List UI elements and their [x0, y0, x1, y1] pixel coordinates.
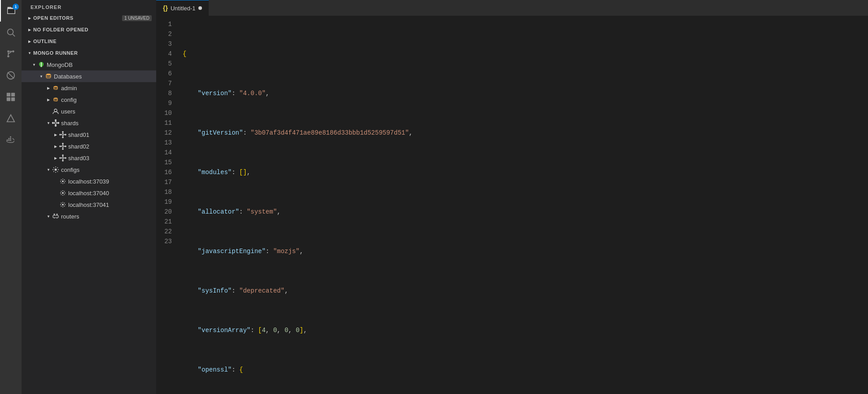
mongo-runner-arrow — [26, 49, 33, 57]
tab-untitled-1[interactable]: {} Untitled-1 — [156, 0, 209, 16]
svg-point-37 — [62, 131, 63, 132]
line-num-9: 9 — [160, 98, 172, 108]
svg-point-56 — [62, 160, 63, 161]
sidebar-section-mongo-runner[interactable]: MONGO RUNNER — [22, 47, 156, 59]
line-num-17: 17 — [160, 177, 172, 187]
svg-point-61 — [62, 192, 64, 194]
svg-rect-14 — [9, 140, 10, 141]
deploy-activity-icon[interactable] — [0, 108, 22, 129]
key-modules: "modules" — [198, 167, 232, 177]
sidebar-item-config-db[interactable]: config — [22, 94, 156, 105]
svg-point-41 — [62, 145, 64, 147]
mongo-runner-label: MONGO RUNNER — [33, 50, 152, 56]
sidebar-item-localhost-37041[interactable]: localhost:37041 — [22, 199, 156, 210]
shard03-arrow — [52, 154, 59, 162]
svg-point-47 — [62, 149, 63, 149]
open-editors-label: OPEN EDITORS — [33, 15, 118, 21]
svg-rect-9 — [11, 93, 15, 96]
sidebar-title: EXPLORER — [22, 0, 156, 12]
svg-point-28 — [55, 120, 57, 121]
svg-point-20 — [54, 86, 57, 88]
line-num-12: 12 — [160, 128, 172, 138]
no-folder-label: NO FOLDER OPENED — [33, 27, 152, 32]
svg-rect-18 — [10, 136, 11, 138]
line-num-22: 22 — [160, 227, 172, 236]
svg-point-23 — [55, 122, 57, 124]
localhost-37039-gear-icon — [59, 178, 66, 185]
shard01-label: shard01 — [68, 131, 152, 138]
line-num-5: 5 — [160, 59, 172, 69]
svg-point-22 — [54, 109, 57, 112]
svg-point-58 — [65, 158, 66, 158]
sidebar-item-localhost-37039[interactable]: localhost:37039 — [22, 175, 156, 187]
sidebar-item-shards[interactable]: shards — [22, 117, 156, 129]
sidebar-section-no-folder[interactable]: NO FOLDER OPENED — [22, 24, 156, 35]
svg-point-48 — [60, 146, 61, 147]
extensions-activity-icon[interactable] — [0, 86, 22, 108]
svg-point-4 — [7, 50, 9, 53]
configs-icon — [52, 166, 59, 173]
svg-line-7 — [8, 72, 14, 79]
key-sysinfo: "sysInfo" — [198, 286, 232, 296]
sidebar-item-admin[interactable]: admin — [22, 82, 156, 94]
sidebar-item-databases[interactable]: Databases — [22, 70, 156, 82]
explorer-activity-icon[interactable]: 1 — [0, 0, 22, 22]
outline-label: OUTLINE — [33, 39, 152, 44]
key-openssl: "openssl" — [198, 365, 232, 375]
shard03-icon — [59, 154, 66, 162]
line-num-3: 3 — [160, 39, 172, 49]
line-num-19: 19 — [160, 197, 172, 207]
code-editor[interactable]: 1 2 3 4 5 6 7 8 9 10 11 12 13 14 15 16 1… — [156, 16, 868, 394]
configs-arrow — [45, 166, 52, 173]
search-activity-icon[interactable] — [0, 22, 22, 43]
svg-rect-16 — [9, 138, 10, 139]
svg-point-57 — [60, 158, 61, 158]
sidebar-item-routers[interactable]: routers — [22, 210, 156, 222]
extensions-svg-icon — [6, 92, 16, 102]
sidebar-section-outline[interactable]: OUTLINE — [22, 35, 156, 47]
code-line-5: "allocator": "system", — [181, 207, 868, 217]
svg-point-30 — [53, 123, 54, 124]
svg-point-38 — [62, 137, 63, 138]
svg-point-59 — [55, 169, 57, 171]
deploy-svg-icon — [6, 114, 16, 123]
source-control-activity-icon[interactable] — [0, 43, 22, 65]
open-editors-arrow — [26, 14, 33, 22]
sidebar-item-shard03[interactable]: shard03 — [22, 152, 156, 164]
mongodb-label: MongoDB — [47, 61, 152, 68]
activity-bar: 1 — [0, 0, 22, 394]
bracket-open: [] — [239, 167, 247, 177]
svg-rect-8 — [7, 93, 10, 96]
shards-icon — [52, 119, 59, 127]
sidebar-item-configs[interactable]: configs — [22, 164, 156, 175]
config-db-label: config — [61, 96, 152, 103]
databases-label: Databases — [54, 73, 152, 80]
svg-rect-15 — [10, 140, 11, 141]
shard01-arrow — [52, 131, 59, 138]
svg-point-55 — [62, 155, 63, 156]
sidebar-item-localhost-37040[interactable]: localhost:37040 — [22, 187, 156, 199]
line-num-20: 20 — [160, 207, 172, 217]
svg-point-1 — [8, 29, 13, 35]
localhost-37040-label: localhost:37040 — [68, 190, 152, 197]
sidebar-item-users[interactable]: users — [22, 105, 156, 117]
sidebar-item-shard02[interactable]: shard02 — [22, 140, 156, 152]
svg-point-29 — [55, 125, 57, 127]
no-symbol-activity-icon[interactable] — [0, 65, 22, 86]
shard02-label: shard02 — [68, 143, 152, 150]
sidebar-section-open-editors[interactable]: OPEN EDITORS 1 UNSAVED — [22, 12, 156, 24]
line-num-10: 10 — [160, 108, 172, 118]
users-collection-icon — [52, 108, 59, 115]
docker-activity-icon[interactable] — [0, 129, 22, 151]
svg-point-3 — [7, 55, 9, 57]
line-num-6: 6 — [160, 69, 172, 79]
svg-point-32 — [62, 134, 64, 136]
line-num-13: 13 — [160, 138, 172, 148]
line-num-11: 11 — [160, 118, 172, 128]
localhost-37039-label: localhost:37039 — [68, 178, 152, 185]
sidebar-item-shard01[interactable]: shard01 — [22, 129, 156, 140]
shard02-icon — [59, 143, 66, 150]
line-num-21: 21 — [160, 217, 172, 227]
sidebar-item-mongodb[interactable]: MongoDB — [22, 59, 156, 70]
svg-point-66 — [54, 214, 55, 215]
